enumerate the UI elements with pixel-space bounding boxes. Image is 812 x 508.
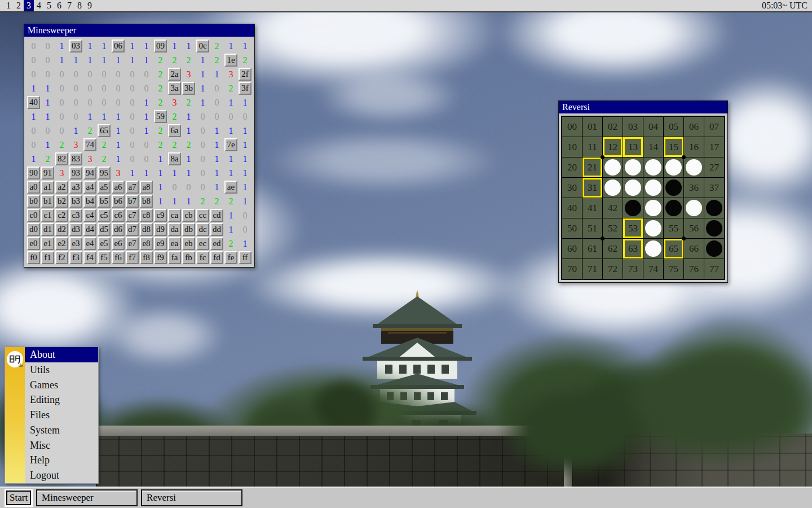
reversi-cell-41[interactable]: 41 <box>582 198 602 218</box>
menu-item-misc[interactable]: Misc <box>25 438 98 453</box>
ms-cell-f2[interactable]: f2 <box>55 251 68 264</box>
ms-cell-da[interactable]: da <box>168 223 181 236</box>
ms-cell-eb[interactable]: eb <box>182 237 195 250</box>
reversi-cell-12[interactable]: 12 <box>603 137 623 157</box>
start-button[interactable]: Start <box>6 491 31 505</box>
reversi-cell-44[interactable] <box>643 198 663 218</box>
reversi-cell-62[interactable]: 62 <box>603 239 623 259</box>
ms-cell-40[interactable]: 40 <box>27 96 40 109</box>
ms-cell-e5[interactable]: e5 <box>98 237 111 250</box>
reversi-cell-37[interactable]: 37 <box>704 178 724 198</box>
ms-cell-dc[interactable]: dc <box>196 223 209 236</box>
reversi-cell-07[interactable]: 07 <box>704 117 724 137</box>
ms-cell-95[interactable]: 95 <box>98 167 111 179</box>
ms-cell-a3[interactable]: a3 <box>69 181 82 194</box>
reversi-cell-72[interactable]: 72 <box>603 259 623 279</box>
ms-cell-b1[interactable]: b1 <box>41 195 54 208</box>
ms-cell-3a[interactable]: 3a <box>168 82 181 95</box>
ms-cell-ff[interactable]: ff <box>239 251 251 264</box>
reversi-cell-55[interactable]: 55 <box>664 218 683 238</box>
ms-cell-93[interactable]: 93 <box>69 167 82 179</box>
ms-cell-d9[interactable]: d9 <box>154 223 167 236</box>
ms-cell-91[interactable]: 91 <box>41 167 54 179</box>
reversi-cell-60[interactable]: 60 <box>562 239 582 259</box>
ms-cell-fa[interactable]: fa <box>168 251 181 264</box>
ms-cell-ed[interactable]: ed <box>210 237 223 250</box>
workspace-2[interactable]: 2 <box>14 0 24 11</box>
menu-item-logout[interactable]: Logout <box>25 468 98 483</box>
reversi-cell-24[interactable] <box>643 157 663 177</box>
reversi-cell-14[interactable]: 14 <box>643 137 663 157</box>
ms-cell-a7[interactable]: a7 <box>126 181 139 194</box>
ms-cell-d6[interactable]: d6 <box>112 223 125 236</box>
ms-cell-b2[interactable]: b2 <box>55 195 68 208</box>
ms-cell-db[interactable]: db <box>182 223 195 236</box>
ms-cell-3b[interactable]: 3b <box>182 82 195 95</box>
ms-cell-e2[interactable]: e2 <box>55 237 68 250</box>
ms-cell-b0[interactable]: b0 <box>27 195 40 208</box>
reversi-cell-25[interactable] <box>664 157 683 177</box>
ms-cell-e0[interactable]: e0 <box>27 237 40 250</box>
ms-cell-c8[interactable]: c8 <box>140 209 153 222</box>
reversi-cell-31[interactable]: 31 <box>582 178 602 198</box>
reversi-cell-64[interactable] <box>643 239 663 259</box>
ms-cell-c1[interactable]: c1 <box>41 209 54 222</box>
menu-item-about[interactable]: About <box>25 347 98 362</box>
ms-cell-c3[interactable]: c3 <box>69 209 82 222</box>
workspace-4[interactable]: 4 <box>34 0 44 11</box>
reversi-cell-11[interactable]: 11 <box>582 137 602 157</box>
reversi-cell-03[interactable]: 03 <box>623 117 643 137</box>
ms-cell-82[interactable]: 82 <box>55 152 68 165</box>
ms-cell-e8[interactable]: e8 <box>140 237 153 250</box>
minesweeper-titlebar[interactable]: Minesweeper <box>24 24 254 37</box>
ms-cell-d1[interactable]: d1 <box>41 223 54 236</box>
workspace-6[interactable]: 6 <box>54 0 64 11</box>
ms-cell-c6[interactable]: c6 <box>112 209 125 222</box>
reversi-cell-33[interactable] <box>623 178 643 198</box>
menu-item-games[interactable]: Games <box>25 378 98 393</box>
reversi-cell-21[interactable]: 21 <box>582 157 602 177</box>
ms-cell-2a[interactable]: 2a <box>168 68 181 81</box>
reversi-cell-00[interactable]: 00 <box>562 117 582 137</box>
workspace-1[interactable]: 1 <box>3 0 14 11</box>
ms-cell-c7[interactable]: c7 <box>126 209 139 222</box>
ms-cell-e9[interactable]: e9 <box>154 237 167 250</box>
reversi-titlebar[interactable]: Reversi <box>559 101 727 113</box>
reversi-cell-23[interactable] <box>623 157 643 177</box>
menu-item-help[interactable]: Help <box>25 453 98 468</box>
reversi-cell-67[interactable] <box>704 239 724 259</box>
ms-cell-c5[interactable]: c5 <box>98 209 111 222</box>
reversi-cell-47[interactable] <box>704 198 724 218</box>
reversi-cell-63[interactable]: 63 <box>623 239 643 259</box>
menu-item-files[interactable]: Files <box>25 408 98 423</box>
reversi-cell-66[interactable]: 66 <box>684 239 704 259</box>
ms-cell-e4[interactable]: e4 <box>83 237 96 250</box>
ms-cell-ec[interactable]: ec <box>196 237 209 250</box>
ms-cell-f9[interactable]: f9 <box>154 251 167 264</box>
ms-cell-09[interactable]: 09 <box>154 40 167 52</box>
ms-cell-e3[interactable]: e3 <box>69 237 82 250</box>
ms-cell-b5[interactable]: b5 <box>98 195 111 208</box>
reversi-cell-04[interactable]: 04 <box>643 117 663 137</box>
ms-cell-f7[interactable]: f7 <box>126 251 139 264</box>
reversi-cell-10[interactable]: 10 <box>562 137 582 157</box>
reversi-cell-61[interactable]: 61 <box>582 239 602 259</box>
ms-cell-a6[interactable]: a6 <box>112 181 125 194</box>
ms-cell-fb[interactable]: fb <box>182 251 195 264</box>
ms-cell-cd[interactable]: cd <box>210 209 223 222</box>
reversi-cell-32[interactable] <box>603 178 623 198</box>
ms-cell-d3[interactable]: d3 <box>69 223 82 236</box>
reversi-cell-01[interactable]: 01 <box>582 117 602 137</box>
reversi-cell-42[interactable]: 42 <box>603 198 623 218</box>
ms-cell-2f[interactable]: 2f <box>239 68 251 81</box>
menu-item-utils[interactable]: Utils <box>25 362 98 378</box>
ms-cell-f0[interactable]: f0 <box>27 251 40 264</box>
ms-cell-e1[interactable]: e1 <box>41 237 54 250</box>
reversi-cell-71[interactable]: 71 <box>582 259 602 279</box>
reversi-cell-65[interactable]: 65 <box>664 239 683 259</box>
ms-cell-b8[interactable]: b8 <box>140 195 153 208</box>
ms-cell-d7[interactable]: d7 <box>126 223 139 236</box>
ms-cell-c4[interactable]: c4 <box>83 209 96 222</box>
reversi-cell-22[interactable] <box>603 157 623 177</box>
ms-cell-cb[interactable]: cb <box>182 209 195 222</box>
